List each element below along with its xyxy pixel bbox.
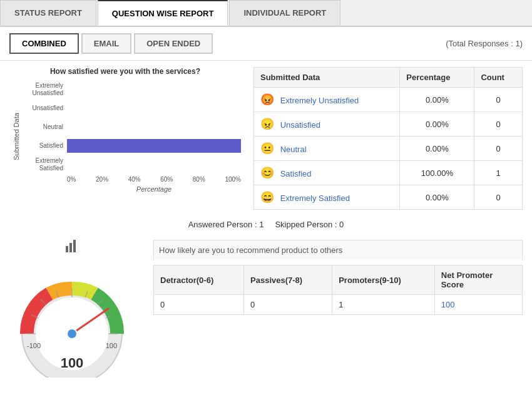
y-axis-label: Submitted Data [9, 81, 20, 193]
total-responses-label: (Total Responses : 1) [446, 39, 523, 48]
cell-label-1: 😠 Unsatisfied [254, 112, 400, 137]
bar-row-1: Unsatisfied [20, 100, 241, 117]
cell-pct-4: 0.00% [400, 185, 474, 210]
subtab-combined[interactable]: COMBINED [9, 33, 79, 54]
bar-label-4: ExtremelySatisfied [20, 157, 67, 172]
cell-pct-3: 100.00% [400, 161, 474, 185]
top-tab-bar: STATUS REPORT QUESTION WISE REPORT INDIV… [0, 0, 532, 27]
bar-container-4 [67, 158, 241, 172]
cell-pct-0: 0.00% [400, 88, 474, 112]
bar-chart-area: How satisfied were you with the services… [9, 67, 241, 210]
bar-row-4: ExtremelySatisfied [20, 156, 241, 173]
table-row: 😊 Satisfied 100.00% 1 [254, 161, 523, 185]
col-header-percentage: Percentage [400, 68, 474, 88]
subtab-email[interactable]: EMAIL [81, 33, 131, 54]
nps-data-row: 0 0 1 100 [154, 295, 523, 315]
cell-count-4: 0 [474, 185, 523, 210]
bar-row-0: ExtremelyUnsatisfied [20, 81, 241, 98]
x-tick-1: 20% [96, 176, 108, 183]
emoji-0: 😡 [260, 93, 274, 106]
cell-label-0: 😡 Extremely Unsatisfied [254, 88, 400, 112]
cell-label-4: 😄 Extremely Satisfied [254, 185, 400, 210]
nps-col-detractor: Detractor(0-6) [154, 265, 244, 295]
nps-section: How likely are you to recommend product … [153, 240, 523, 315]
cell-count-0: 0 [474, 88, 523, 112]
svg-point-15 [67, 329, 77, 339]
sub-tab-bar: COMBINED EMAIL OPEN ENDED (Total Respons… [0, 27, 532, 61]
answered-skipped-row: Answered Person : 1 Skipped Person : 0 [9, 216, 523, 237]
nps-table: Detractor(0-6) Passives(7-8) Promoters(9… [153, 265, 523, 315]
bar-label-3: Satisfied [20, 142, 67, 150]
table-row: 😄 Extremely Satisfied 0.00% 0 [254, 185, 523, 210]
cell-pct-2: 0.00% [400, 137, 474, 161]
x-tick-0: 0% [67, 176, 76, 183]
bar-container-2 [67, 120, 241, 134]
x-tick-4: 80% [193, 176, 205, 183]
col-header-count: Count [474, 68, 523, 88]
gauge-area: -100 100 100 [9, 240, 135, 378]
bar-chart: Submitted Data ExtremelyUnsatisfied Unsa… [9, 81, 241, 193]
emoji-1: 😠 [260, 118, 274, 130]
tab-status-report[interactable]: STATUS REPORT [0, 0, 96, 26]
tab-individual-report[interactable]: INDIVIDUAL REPORT [229, 0, 340, 26]
nps-promoters-val: 1 [332, 295, 435, 315]
cell-label-2: 😐 Neutral [254, 137, 400, 161]
bottom-section: -100 100 100 How likely are you to recom… [9, 240, 523, 378]
x-tick-3: 60% [160, 176, 173, 183]
emoji-3: 😊 [260, 167, 274, 179]
cell-text-4: Extremely Satisfied [280, 193, 350, 203]
data-table: Submitted Data Percentage Count 😡 Extrem… [253, 67, 523, 210]
cell-pct-1: 0.00% [400, 112, 474, 137]
cell-count-2: 0 [474, 137, 523, 161]
svg-rect-0 [66, 246, 68, 252]
col-header-submitted-data: Submitted Data [254, 68, 400, 88]
answered-text: Answered Person : 1 [188, 220, 264, 229]
nps-col-passives: Passives(7-8) [244, 265, 332, 295]
nps-detractor-val: 0 [154, 295, 244, 315]
table-row: 😐 Neutral 0.00% 0 [254, 137, 523, 161]
tab-question-wise-report[interactable]: QUESTION WISE REPORT [98, 0, 228, 26]
table-row: 😠 Unsatisfied 0.00% 0 [254, 112, 523, 137]
nps-score-val: 100 [434, 295, 522, 315]
skipped-text: Skipped Person : 0 [275, 220, 344, 229]
nps-title: How likely are you to recommend product … [153, 240, 523, 260]
bar-container-0 [67, 83, 241, 96]
gauge-container: -100 100 100 [9, 259, 135, 378]
gauge-max-label: 100 [106, 342, 117, 349]
gauge-value: 100 [61, 355, 84, 371]
nps-col-score: Net PromoterScore [434, 265, 522, 295]
subtab-open-ended[interactable]: OPEN ENDED [134, 33, 213, 54]
nps-col-promoters: Promoters(9-10) [332, 265, 435, 295]
bar-container-3 [67, 139, 241, 153]
bar-3 [67, 139, 241, 153]
x-axis-label: Percentage [20, 185, 241, 193]
bar-label-0: ExtremelyUnsatisfied [20, 82, 67, 97]
data-table-section: Submitted Data Percentage Count 😡 Extrem… [253, 67, 523, 210]
emoji-4: 😄 [260, 191, 274, 204]
cell-text-3: Satisfied [280, 169, 312, 178]
cell-count-3: 1 [474, 161, 523, 185]
svg-rect-2 [73, 240, 76, 252]
chart-bar-icon [64, 240, 79, 255]
emoji-2: 😐 [260, 142, 274, 155]
bar-label-1: Unsatisfied [20, 105, 67, 112]
table-row: 😡 Extremely Unsatisfied 0.00% 0 [254, 88, 523, 112]
bar-row-3: Satisfied [20, 137, 241, 155]
main-content: How satisfied were you with the services… [0, 61, 532, 384]
chart-inner: ExtremelyUnsatisfied Unsatisfied Neutral [20, 81, 241, 193]
cell-text-2: Neutral [280, 145, 307, 154]
cell-text-1: Unsatisfied [280, 120, 320, 130]
x-tick-2: 40% [128, 176, 141, 183]
cell-count-1: 0 [474, 112, 523, 137]
cell-text-0: Extremely Unsatisfied [280, 96, 359, 105]
x-axis-ticks: 0% 20% 40% 60% 80% 100% [20, 176, 241, 183]
chart-title: How satisfied were you with the services… [9, 67, 241, 76]
chart-table-section: How satisfied were you with the services… [9, 67, 523, 210]
nps-passives-val: 0 [244, 295, 332, 315]
bar-container-1 [67, 101, 241, 115]
svg-rect-1 [69, 243, 72, 252]
gauge-min-label: -100 [27, 342, 41, 349]
bar-label-2: Neutral [20, 123, 67, 131]
x-tick-5: 100% [225, 176, 241, 183]
bar-row-2: Neutral [20, 118, 241, 136]
